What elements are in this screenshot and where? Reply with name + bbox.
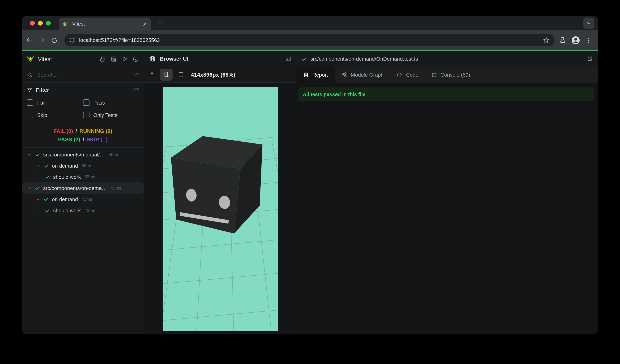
tree-row-test[interactable]: should work55ms [22, 171, 144, 182]
run-all-icon[interactable] [122, 56, 128, 62]
mobile-plus-icon [163, 72, 169, 78]
collapse-tests-icon[interactable] [99, 56, 106, 62]
checkbox[interactable] [27, 112, 33, 118]
tab-module-graph[interactable]: Module Graph [335, 67, 390, 83]
clear-filter-icon[interactable] [133, 87, 139, 93]
tab-strip: Vitest [22, 16, 598, 30]
filter-checkbox-only-tests[interactable]: Only Tests [83, 112, 139, 118]
tree-row-file[interactable]: src/components/manual/…56ms [22, 149, 144, 160]
device-mobile-plus-button[interactable] [160, 69, 172, 81]
device-tablet-button[interactable] [177, 69, 185, 81]
chevron-down-icon[interactable] [27, 185, 32, 190]
device-toolbar: 414x896px (68%) [144, 67, 296, 83]
url-text: localhost:5173/#/?file=1828625563 [79, 37, 160, 43]
browser-window: Vitest localhost:5173/#/?file=1828625563 [22, 16, 598, 334]
status-part: / [83, 136, 84, 143]
console-icon [431, 72, 437, 78]
test-tree: src/components/manual/…56mson demand56ms… [22, 148, 144, 334]
tab-report[interactable]: Report [296, 67, 335, 83]
kebab-menu-icon[interactable] [585, 37, 592, 43]
preview-viewport[interactable] [163, 87, 278, 331]
bookmark-star-icon[interactable] [543, 37, 550, 44]
status-summary: FAIL (0)/RUNNING (0) PASS (2)/SKIP (--) [22, 124, 144, 148]
forward-button[interactable] [38, 36, 46, 44]
search-icon [27, 72, 33, 78]
device-mobile-button[interactable] [147, 69, 156, 81]
tab-close-icon[interactable] [143, 22, 147, 26]
close-window-button[interactable] [30, 21, 35, 26]
tablet-icon [178, 72, 184, 78]
mobile-icon [149, 72, 155, 78]
filter-checkbox-pass[interactable]: Pass [83, 99, 139, 106]
filter-section: Filter FailPassSkipOnly Tests [22, 83, 144, 124]
site-info-icon[interactable] [69, 37, 75, 43]
all-tests-passed-banner: All tests passed in this file [298, 87, 594, 101]
search-input[interactable] [36, 71, 133, 78]
checkbox[interactable] [83, 112, 89, 118]
tab-console[interactable]: Console (69) [425, 67, 477, 83]
status-part: SKIP (--) [87, 136, 108, 143]
browser-tab[interactable]: Vitest [59, 17, 151, 30]
tab-module-graph-label: Module Graph [351, 72, 384, 78]
app-title: Vitest [38, 56, 52, 62]
chevron-down-icon [586, 20, 592, 26]
report-panel: src/components/on-demand/OnDemand.test.t… [296, 51, 598, 334]
chevron-down-icon[interactable] [27, 152, 32, 157]
status-part: PASS (2) [58, 136, 80, 143]
tab-title: Vitest [72, 21, 85, 27]
vitest-ui: Vitest Filter [22, 51, 598, 334]
filter-options: FailPassSkipOnly Tests [27, 99, 139, 118]
check-icon [44, 197, 49, 202]
indent-guide [28, 161, 28, 182]
browser-ui-title: Browser UI [160, 56, 188, 62]
sidebar: Vitest Filter [22, 51, 144, 334]
chevron-down-icon[interactable] [36, 163, 41, 168]
tree-row-suite[interactable]: on demand56ms [22, 160, 144, 171]
report-tabs: Report Module Graph Code Console (69) [296, 67, 598, 83]
reload-button[interactable] [51, 37, 58, 44]
indent-guide [38, 205, 38, 215]
url-bar[interactable]: localhost:5173/#/?file=1828625563 [64, 34, 555, 46]
tab-code-label: Code [406, 72, 418, 78]
check-icon [35, 185, 40, 190]
check-icon [35, 152, 40, 157]
dashboard-icon[interactable] [111, 56, 117, 62]
status-part: RUNNING (0) [79, 128, 112, 134]
filter-checkbox-skip[interactable]: Skip [27, 112, 83, 118]
checkbox[interactable] [27, 99, 33, 106]
tab-report-label: Report [312, 72, 328, 78]
indent-guide [38, 172, 38, 182]
dark-mode-moon-icon[interactable] [133, 56, 139, 62]
chevron-down-icon[interactable] [36, 197, 41, 202]
back-button[interactable] [25, 36, 33, 44]
zoom-window-button[interactable] [46, 21, 51, 26]
browser-preview-area [144, 83, 296, 334]
file-path: src/components/on-demand/OnDemand.test.t… [310, 56, 418, 62]
tab-console-label: Console (69) [440, 72, 470, 78]
tree-row-suite[interactable]: on demand43ms [22, 194, 144, 205]
indent-guide [28, 194, 28, 215]
checkbox[interactable] [83, 99, 89, 106]
report-content: All tests passed in this file [296, 83, 598, 334]
tab-code[interactable]: Code [390, 67, 425, 83]
open-in-editor-icon[interactable] [587, 56, 593, 62]
favicon-shapes-icon [63, 21, 69, 27]
traffic-lights [30, 21, 51, 26]
status-line1: FAIL (0)/RUNNING (0) [49, 127, 117, 135]
new-tab-icon[interactable] [156, 20, 163, 26]
check-icon [44, 163, 49, 168]
minimize-window-button[interactable] [38, 21, 43, 26]
globe-icon [149, 56, 156, 62]
tree-row-test[interactable]: should work43ms [22, 205, 144, 216]
clear-search-filter-icon[interactable] [133, 72, 139, 78]
filter-checkbox-fail[interactable]: Fail [27, 99, 83, 106]
experiments-flask-icon[interactable] [559, 37, 566, 44]
status-line2: PASS (2)/SKIP (--) [53, 135, 112, 144]
open-panel-right-icon[interactable] [285, 56, 291, 62]
module-graph-icon [341, 72, 347, 78]
profile-avatar[interactable] [571, 36, 580, 44]
status-part: FAIL (0) [54, 128, 73, 134]
tree-row-file[interactable]: src/components/on-dema…43ms [22, 182, 144, 194]
file-header: src/components/on-demand/OnDemand.test.t… [296, 51, 598, 67]
tab-search-button[interactable] [583, 17, 594, 29]
